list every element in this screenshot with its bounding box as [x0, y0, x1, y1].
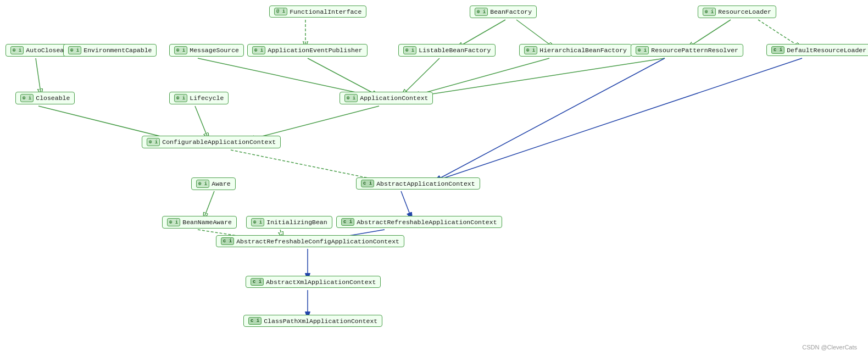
badge-resourcepatternresolver: ⊕ i [636, 46, 649, 54]
badge-applicationeventpublisher: ⊕ i [252, 46, 265, 54]
badge-beanfactory: ⊕ i [475, 8, 488, 16]
node-aware: ⊕ i Aware [191, 177, 236, 190]
node-beannameaware: ⊕ i BeanNameAware [162, 216, 237, 229]
badge-environmentcapable: ⊕ i [68, 46, 81, 54]
node-abstractrefreshableapplicationcontext: c i AbstractRefreshableApplicationContex… [336, 216, 502, 228]
diagram-container: @ i FunctionalInterface ⊕ i BeanFactory … [0, 0, 868, 356]
svg-line-11 [38, 106, 176, 140]
node-abstractrefreshableconfigapplicationcontext: c i AbstractRefreshableConfigApplication… [216, 235, 404, 247]
badge-messagesource: ⊕ i [174, 46, 187, 54]
node-environmentcapable: ⊕ i EnvironmentCapable [63, 44, 157, 57]
svg-line-10 [418, 58, 665, 96]
badge-beannameaware: ⊕ i [167, 218, 180, 226]
node-abstractxmlapplicationcontext: c i AbstractXmlApplicationContext [246, 276, 381, 288]
svg-line-7 [308, 58, 379, 96]
badge-configurableapplicationcontext: ⊕ i [147, 138, 160, 146]
svg-line-15 [434, 58, 802, 181]
node-messagesource: ⊕ i MessageSource [169, 44, 244, 57]
node-beanfactory: ⊕ i BeanFactory [470, 5, 537, 18]
node-hierarchicalbeanfactory: ⊕ i HierarchicalBeanFactory [519, 44, 632, 57]
badge-classpathxmlapplicationcontext: c i [248, 317, 261, 325]
badge-autocloseable: ⊕ i [10, 46, 24, 54]
node-lifecycle: ⊕ i Lifecycle [169, 92, 229, 104]
badge-closeable: ⊕ i [20, 94, 34, 102]
badge-abstractrefreshableapplicationcontext: c i [341, 218, 354, 226]
badge-hierarchicalbeanfactory: ⊕ i [524, 46, 537, 54]
node-applicationcontext: ⊕ i ApplicationContext [340, 92, 433, 104]
svg-line-13 [247, 106, 379, 140]
svg-line-6 [198, 58, 374, 96]
badge-abstractapplicationcontext: c i [361, 180, 374, 187]
badge-listablebeanfactory: ⊕ i [403, 46, 416, 54]
svg-line-9 [412, 58, 549, 96]
node-initializingbean: ⊕ i InitializingBean [246, 216, 332, 229]
node-abstractapplicationcontext: c i AbstractApplicationContext [356, 177, 480, 190]
badge-aware: ⊕ i [196, 180, 209, 188]
badge-abstractrefreshableconfigapplicationcontext: c i [221, 237, 234, 245]
badge-abstractxmlapplicationcontext: c i [251, 278, 264, 286]
badge-applicationcontext: ⊕ i [344, 94, 358, 102]
node-applicationeventpublisher: ⊕ i ApplicationEventPublisher [247, 44, 368, 57]
badge-initializingbean: ⊕ i [251, 218, 264, 226]
node-configurableapplicationcontext: ⊕ i ConfigurableApplicationContext [142, 136, 281, 148]
watermark: CSDN @CleverCats [802, 344, 857, 351]
badge-defaultresourceloader: c i [771, 46, 784, 54]
badge-lifecycle: ⊕ i [174, 94, 187, 102]
node-defaultresourceloader: c i DefaultResourceLoader [766, 44, 868, 56]
node-listablebeanfactory: ⊕ i ListableBeanFactory [398, 44, 496, 57]
node-functionalinterface: @ i FunctionalInterface [269, 5, 366, 18]
svg-line-5 [36, 58, 41, 96]
svg-line-8 [401, 58, 439, 96]
badge-functionalinterface: @ i [274, 8, 287, 15]
badge-resourceloader: ⊕ i [703, 8, 716, 16]
node-classpathxmlapplicationcontext: c i ClassPathXmlApplicationContext [243, 315, 382, 327]
svg-line-16 [434, 58, 665, 181]
node-closeable: ⊕ i Closeable [15, 92, 75, 104]
svg-line-12 [195, 106, 209, 140]
svg-line-14 [231, 150, 385, 181]
node-resourcepatternresolver: ⊕ i ResourcePatternResolver [631, 44, 743, 57]
node-resourceloader: ⊕ i ResourceLoader [698, 5, 776, 18]
